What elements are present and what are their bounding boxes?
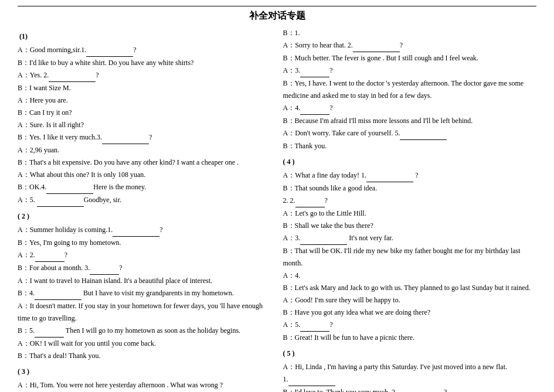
left-column: (1) A：Good morning,sir.1. ? B：I'd like t… xyxy=(18,27,271,392)
dialog-line: A：Here you are. xyxy=(18,94,271,107)
dialog-line: B：1. xyxy=(283,27,537,39)
dialog-line: A：I want to travel to Hainan island. It'… xyxy=(18,275,271,287)
dialog-line: 1. xyxy=(283,373,537,386)
dialog-line: A：Don't worry. Take care of yourself. 5. xyxy=(283,127,537,140)
blank xyxy=(400,127,447,140)
dialog-line: B：OK.4. Here is the money. xyxy=(18,181,271,194)
blank xyxy=(35,325,64,338)
dialog-line: B：That will be OK. I'll ride my new bike… xyxy=(283,245,537,270)
section-4: ( 4 ) A：What a fine day today! 1. ? B：Th… xyxy=(283,156,537,344)
dialog-line: B：I'd like to buy a white shirt. Do you … xyxy=(18,57,271,69)
dialog-line: B：Yes, I'm going to my hometown. xyxy=(18,237,271,249)
blank xyxy=(35,287,81,300)
dialog-line: B：That sounds like a good idea. xyxy=(283,182,537,195)
dialog-line: A：4. xyxy=(283,270,537,282)
blank xyxy=(397,386,444,392)
dialog-line: A：2. ? xyxy=(18,249,271,262)
dialog-line: A：Good morning,sir.1. ? xyxy=(18,44,271,57)
section-3: ( 3 ) A：Hi, Tom. You were not here yeste… xyxy=(18,366,271,391)
dialog-line: B：I'd love to. Thank you very much. 2. ? xyxy=(283,386,537,392)
blank xyxy=(46,181,93,194)
blank xyxy=(113,224,159,237)
dialog-line: B：Yes, I have. I went to the doctor 's y… xyxy=(283,77,537,102)
dialog-line: B：Thank you. xyxy=(283,140,537,152)
dialog-line: A：What about this one? It is only 108 yu… xyxy=(18,169,271,181)
blank xyxy=(353,39,400,52)
section-2-title: ( 2 ) xyxy=(18,210,271,223)
blank xyxy=(295,195,325,207)
blank xyxy=(288,373,335,386)
section-2: ( 2 ) A：Summer holiday is coming.1. ? B：… xyxy=(18,210,271,362)
dialog-line: A：5. Goodbye, sir. xyxy=(18,194,271,207)
dialog-line: A：3. It's not very far. xyxy=(283,232,537,245)
page-title: 补全对话专题 xyxy=(18,10,536,22)
dialog-line: B：Can I try it on? xyxy=(18,107,271,119)
dialog-line: B：For about a month. 3. ? xyxy=(18,262,271,275)
dialog-line: A：Summer holiday is coming.1. ? xyxy=(18,224,271,237)
blank xyxy=(49,69,96,82)
dialog-line: A：Good! I'm sure they will be happy to. xyxy=(283,294,537,306)
dialog-line: A：Sure. Is it all right? xyxy=(18,119,271,131)
dialog-line: A：3. ? xyxy=(283,64,537,77)
dialog-line: A：What a fine day today! 1. ? xyxy=(283,169,537,182)
dialog-line: A：Let's go to the Little Hill. xyxy=(283,207,537,220)
dialog-line: A：Yes. 2. ? xyxy=(18,69,271,82)
main-columns: (1) A：Good morning,sir.1. ? B：I'd like t… xyxy=(18,27,536,392)
page: 补全对话专题 (1) A：Good morning,sir.1. ? B：I'd… xyxy=(0,0,554,392)
section-3-title: ( 3 ) xyxy=(18,366,271,378)
dialog-line: B：Great! It will be fun to have a picnic… xyxy=(283,332,537,344)
dialog-line: A：4. ? xyxy=(283,102,537,115)
section-1: (1) A：Good morning,sir.1. ? B：I'd like t… xyxy=(18,30,271,207)
dialog-line: B：Let's ask Mary and Jack to go with us.… xyxy=(283,282,537,294)
section-3-cont: B：1. A：Sorry to hear that. 2. ? B：Much b… xyxy=(283,27,537,152)
dialog-line: B：That's a bit expensive. Do you have an… xyxy=(18,156,271,169)
dialog-line: B：5. Then I will go to my hometown as so… xyxy=(18,325,271,338)
blank xyxy=(102,131,149,144)
blank xyxy=(366,169,413,182)
dialog-line: A：OK! I will wait for you until you come… xyxy=(18,338,271,350)
blank xyxy=(37,194,84,207)
right-column: B：1. A：Sorry to hear that. 2. ? B：Much b… xyxy=(283,27,537,392)
dialog-line: B：I want Size M. xyxy=(18,82,271,94)
dialog-line: A：2,96 yuan. xyxy=(18,144,271,156)
dialog-line: B：Have you got any idea what we are doin… xyxy=(283,306,537,319)
dialog-line: A：Sorry to hear that. 2. ? xyxy=(283,39,537,52)
blank xyxy=(86,44,133,57)
blank xyxy=(300,319,329,332)
section-1-title: (1) xyxy=(18,30,271,43)
dialog-line: B：4. But I have to visit my grandparents… xyxy=(18,287,271,300)
section-4-title: ( 4 ) xyxy=(283,156,537,168)
blank xyxy=(90,262,119,275)
section-5: ( 5 ) A：Hi, Linda , I'm having a party t… xyxy=(283,347,537,392)
dialog-line: A：Hi, Linda , I'm having a party this Sa… xyxy=(283,361,537,373)
dialog-line: B：Shall we take the bus there? xyxy=(283,220,537,232)
dialog-line: B：Because I'm afraid I'll miss more less… xyxy=(283,115,537,127)
section-5-title: ( 5 ) xyxy=(283,347,537,360)
blank xyxy=(35,249,64,262)
dialog-line: A：5. ? xyxy=(283,319,537,332)
blank xyxy=(300,102,329,115)
dialog-line: 2. 2. ? xyxy=(283,195,537,207)
dialog-line: A：It doesn't matter. If you stay in your… xyxy=(18,300,271,325)
blank xyxy=(300,64,329,77)
dialog-line: B：Yes. I like it very much.3. ? xyxy=(18,131,271,144)
top-divider xyxy=(18,6,536,6)
dialog-line: B：Much better. The fever is gone . But I… xyxy=(283,52,537,64)
dialog-line: A：Hi, Tom. You were not here yesterday a… xyxy=(18,379,271,391)
blank xyxy=(300,232,347,245)
dialog-line: B：That's a deal! Thank you. xyxy=(18,350,271,362)
